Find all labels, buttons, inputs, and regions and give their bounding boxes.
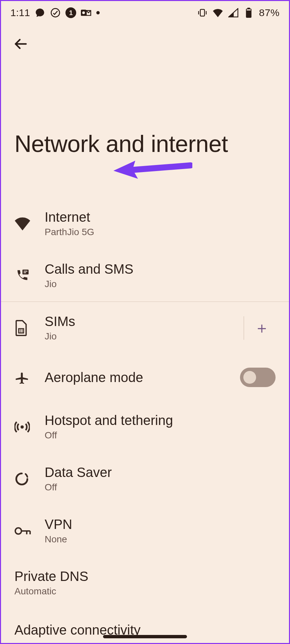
svg-rect-10 — [22, 269, 29, 274]
item-subtitle: Off — [45, 430, 276, 441]
key-icon — [14, 526, 31, 536]
item-adaptive-connectivity[interactable]: Adaptive connectivity — [1, 609, 289, 639]
item-calls-sms[interactable]: Calls and SMS Jio — [1, 250, 289, 302]
wifi-icon — [212, 7, 223, 18]
item-title: Calls and SMS — [45, 262, 276, 277]
item-internet[interactable]: Internet ParthJio 5G — [1, 198, 289, 250]
gesture-nav-bar[interactable] — [103, 635, 187, 638]
item-aeroplane-mode[interactable]: Aeroplane mode — [1, 354, 289, 401]
svg-point-17 — [15, 528, 21, 534]
airplane-icon — [14, 370, 30, 385]
add-sim-button[interactable]: ＋ — [248, 318, 276, 338]
svg-point-16 — [20, 425, 24, 429]
svg-point-2 — [82, 11, 85, 14]
item-title: Hotspot and tethering — [45, 413, 276, 428]
back-button[interactable] — [11, 35, 30, 53]
status-right: 87% — [197, 7, 280, 18]
item-title: Internet — [45, 210, 276, 225]
item-title: SIMs — [45, 314, 244, 329]
item-title: Aeroplane mode — [45, 370, 240, 385]
outlook-icon — [81, 7, 92, 18]
svg-rect-7 — [247, 8, 250, 9]
wifi-icon — [14, 217, 31, 230]
svg-rect-8 — [247, 9, 251, 10]
data-saver-icon — [14, 472, 29, 486]
item-title: Data Saver — [45, 465, 276, 480]
phone-sms-icon — [14, 268, 29, 283]
settings-list: Internet ParthJio 5G Calls and SMS Jio — [1, 198, 289, 639]
cloud-check-icon — [50, 7, 61, 18]
clock: 1:11 — [10, 7, 30, 18]
svg-rect-3 — [200, 9, 205, 16]
item-title: VPN — [45, 517, 276, 532]
status-left: 1:11 1 — [10, 7, 100, 18]
item-subtitle: Off — [45, 482, 276, 493]
item-title: Private DNS — [14, 569, 276, 584]
chat-icon — [35, 7, 45, 18]
cellular-signal-icon — [228, 7, 239, 18]
toggle-knob — [243, 371, 256, 384]
item-subtitle: Jio — [45, 279, 276, 289]
separator — [244, 316, 244, 340]
item-vpn[interactable]: VPN None — [1, 505, 289, 557]
notification-badge-icon: 1 — [65, 7, 76, 18]
svg-rect-12 — [24, 272, 26, 273]
item-private-dns[interactable]: Private DNS Automatic — [1, 557, 289, 609]
svg-rect-13 — [19, 328, 24, 333]
vibrate-icon — [197, 7, 208, 18]
item-subtitle: None — [45, 534, 276, 545]
sim-icon — [14, 320, 28, 336]
item-subtitle: Automatic — [14, 586, 276, 597]
hotspot-icon — [14, 419, 30, 435]
battery-icon — [243, 7, 254, 18]
more-notifications-dot-icon — [96, 11, 100, 14]
item-subtitle: Jio — [45, 331, 244, 342]
battery-percentage: 87% — [259, 7, 280, 18]
item-data-saver[interactable]: Data Saver Off — [1, 453, 289, 505]
item-sims[interactable]: SIMs Jio ＋ — [1, 302, 289, 354]
item-subtitle: ParthJio 5G — [45, 227, 276, 237]
page-title: Network and internet — [1, 53, 289, 198]
status-bar: 1:11 1 87% — [1, 1, 289, 24]
svg-rect-11 — [24, 271, 28, 271]
item-hotspot-tethering[interactable]: Hotspot and tethering Off — [1, 401, 289, 453]
svg-point-0 — [51, 9, 60, 17]
arrow-left-icon — [13, 37, 28, 51]
aeroplane-toggle[interactable] — [240, 368, 276, 387]
